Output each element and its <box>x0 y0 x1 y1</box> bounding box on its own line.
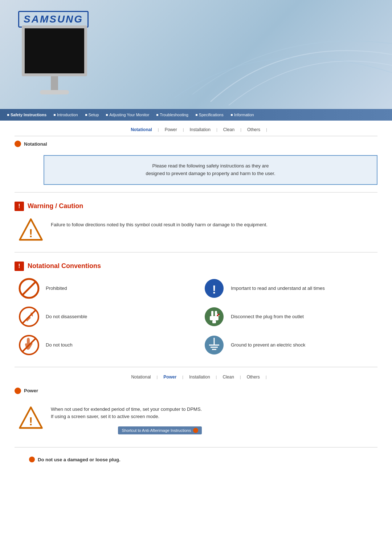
sub-nav-top: Notational | Power | Installation | Clea… <box>15 121 377 136</box>
monitor-screen <box>22 25 87 76</box>
power-text-line2: If using a screen saver, set it to activ… <box>51 413 202 421</box>
do-not-notice: Do not use a damaged or loose plug. <box>0 453 392 470</box>
monitor-illustration <box>18 25 98 98</box>
nav-dot <box>231 114 233 116</box>
sub-nav-bottom-others[interactable]: Others <box>241 374 266 380</box>
section-header-power: Power <box>0 383 392 398</box>
important-label: Important to read and understand at all … <box>231 285 325 291</box>
nav-item-adjusting[interactable]: Adjusting Your Monitor <box>102 113 153 117</box>
nav-dot <box>156 114 158 116</box>
nav-item-specifications[interactable]: Specifications <box>192 113 227 117</box>
do-not-circle-icon <box>29 457 35 462</box>
warning-description: Failure to follow directions noted by th… <box>51 218 268 229</box>
important-icon: ! <box>203 278 225 299</box>
prohibited-label: Prohibited <box>46 285 67 291</box>
sub-nav-others[interactable]: Others <box>241 127 266 132</box>
conventions-title-text: Notational Conventions <box>28 262 101 270</box>
nav-dot <box>85 114 87 116</box>
shortcut-circle-icon <box>193 428 198 433</box>
sub-nav-clean[interactable]: Clean <box>217 127 240 132</box>
nav-item-setup[interactable]: Setup <box>82 113 103 117</box>
do-not-text: Do not use a damaged or loose plug. <box>38 457 121 462</box>
svg-rect-11 <box>210 316 219 320</box>
convention-no-disassemble: Do not disassemble <box>18 306 189 328</box>
no-disassemble-icon <box>18 306 40 328</box>
convention-prohibited: Prohibited <box>18 278 189 299</box>
power-triangle-icon: ! <box>18 406 44 431</box>
ground-icon <box>203 334 225 356</box>
svg-text:!: ! <box>29 415 33 428</box>
convention-disconnect: Disconnect the plug from the outlet <box>203 306 374 328</box>
sub-nav-notational[interactable]: Notational <box>125 127 158 132</box>
nav-dot <box>196 114 197 116</box>
convention-important: ! Important to read and understand at al… <box>203 278 374 299</box>
section-header-notational: Notational <box>0 136 392 151</box>
svg-text:!: ! <box>29 227 33 240</box>
info-box: Please read the following safety instruc… <box>44 155 377 185</box>
disconnect-label: Disconnect the plug from the outlet <box>231 314 304 319</box>
warning-content: ! Failure to follow directions noted by … <box>15 218 377 243</box>
power-content: ! When not used for extended period of t… <box>15 402 377 438</box>
shortcut-btn-label: Shortcut to Anti-Afterimage Instructions <box>122 428 191 433</box>
conventions-exclamation-icon: ! <box>15 262 24 271</box>
no-touch-icon <box>18 334 40 356</box>
prohibited-icon <box>18 278 40 299</box>
sub-nav-bottom: Notational | Power | Installation | Clea… <box>15 367 377 383</box>
power-section: ! When not used for extended period of t… <box>0 398 392 442</box>
convention-no-touch: Do not touch <box>18 334 189 356</box>
ground-label: Ground to prevent an electric shock <box>231 342 305 348</box>
sub-nav-bottom-notational[interactable]: Notational <box>125 374 156 380</box>
conventions-grid: Prohibited ! Important to read and under… <box>15 278 377 356</box>
divider-2 <box>15 252 377 252</box>
warning-exclamation-icon: ! <box>15 202 24 211</box>
monitor-stand <box>51 76 58 91</box>
nav-dot <box>106 114 108 116</box>
power-text-line1: When not used for extended period of tim… <box>51 406 202 413</box>
convention-ground: Ground to prevent an electric shock <box>203 334 374 356</box>
shortcut-btn[interactable]: Shortcut to Anti-Afterimage Instructions <box>118 426 202 434</box>
divider-3 <box>15 447 377 447</box>
nav-item-safety[interactable]: Safety Instructions <box>4 113 50 117</box>
conventions-section: ! Notational Conventions Prohibited ! Im… <box>0 258 392 360</box>
nav-item-troubleshooting[interactable]: Troubleshooting <box>153 113 192 117</box>
triangle-warning-icon: ! <box>18 218 44 243</box>
power-text-block: When not used for extended period of tim… <box>51 406 202 435</box>
svg-rect-12 <box>212 320 216 323</box>
info-box-text2: designed to prevent damage to property a… <box>146 171 275 176</box>
power-section-label: Power <box>24 388 38 393</box>
sub-nav-bottom-installation[interactable]: Installation <box>183 374 216 380</box>
disconnect-icon <box>203 306 225 328</box>
banner-decoration <box>138 0 392 109</box>
section-notational-label: Notational <box>24 141 47 147</box>
sub-nav-installation[interactable]: Installation <box>184 127 216 132</box>
info-box-text1: Please read the following safety instruc… <box>152 163 269 169</box>
sub-nav-bottom-clean[interactable]: Clean <box>217 374 240 380</box>
warning-title: ! Warning / Caution <box>15 202 377 211</box>
no-touch-label: Do not touch <box>46 342 73 348</box>
conventions-title: ! Notational Conventions <box>15 262 377 271</box>
nav-dot <box>7 114 9 116</box>
header-banner: SAMSUNG <box>0 0 392 109</box>
power-section-circle <box>15 388 21 394</box>
sub-nav-power[interactable]: Power <box>159 127 183 132</box>
divider-1 <box>15 192 377 193</box>
svg-text:!: ! <box>212 283 216 296</box>
no-disassemble-label: Do not disassemble <box>46 314 87 319</box>
svg-rect-9 <box>211 311 213 316</box>
svg-line-3 <box>23 282 36 295</box>
section-orange-circle <box>15 141 21 147</box>
nav-item-introduction[interactable]: Introduction <box>50 113 81 117</box>
sub-nav-bottom-power[interactable]: Power <box>158 374 182 380</box>
nav-bar: Safety Instructions Introduction Setup A… <box>0 109 392 121</box>
warning-section: ! Warning / Caution ! Failure to follow … <box>0 198 392 247</box>
svg-rect-10 <box>215 311 217 316</box>
monitor-base <box>40 90 69 94</box>
nav-dot <box>54 114 56 116</box>
nav-item-information[interactable]: Information <box>227 113 258 117</box>
warning-title-text: Warning / Caution <box>28 202 83 210</box>
